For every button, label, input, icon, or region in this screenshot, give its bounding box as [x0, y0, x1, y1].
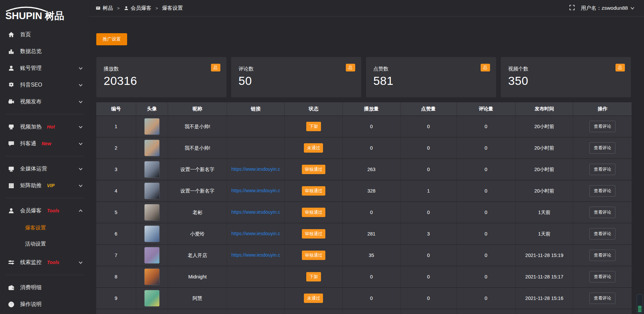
sidebar-item-会员爆客[interactable]: 会员爆客Tools: [0, 202, 89, 219]
video-link[interactable]: https://www.iesdouyin.c: [231, 209, 280, 215]
promo-settings-button[interactable]: 推广设置: [96, 33, 127, 45]
table-row: [96, 309, 632, 314]
table-body: 1我不是小帅!下架00020小时前查看评论2我不是小帅!未通过00020小时前查…: [96, 116, 632, 314]
sidebar-item-线索监控[interactable]: 线索监控Tools: [0, 254, 89, 271]
cell-comments: 0: [457, 287, 516, 309]
chat-icon: [7, 140, 15, 147]
breadcrumb-separator: >: [117, 6, 120, 11]
cell-avatar: [136, 245, 168, 266]
cell-nickname: 我不是小帅!: [168, 137, 227, 159]
breadcrumb-item-会员爆客[interactable]: 会员爆客: [124, 5, 152, 12]
sidebar-subitem-活动设置[interactable]: 活动设置: [0, 236, 89, 252]
breadcrumb-item-树品[interactable]: 树品: [96, 5, 113, 12]
chevron-down-icon: [78, 125, 83, 129]
cell-likes: 0: [400, 159, 457, 180]
sidebar-item-badge: VIP: [47, 183, 55, 188]
cell-comments: 0: [457, 266, 516, 287]
sidebar-item-label: 消费明细: [20, 284, 42, 291]
user-icon: [7, 64, 15, 72]
table-row: 7老人开店https://www.iesdouyin.c审核通过35002021…: [96, 245, 632, 266]
stat-value: 50: [238, 74, 355, 88]
status-badge: 下架: [306, 122, 321, 131]
cell-plays: 0: [342, 202, 400, 223]
cell-no: 2: [96, 137, 136, 159]
cell-likes: 0: [400, 266, 457, 287]
col-header-编号: 编号: [96, 102, 136, 116]
sidebar-subitem-爆客设置[interactable]: 爆客设置: [0, 220, 89, 236]
cell-nickname: 设置一个新名字: [168, 180, 227, 202]
grid-icon: [7, 182, 15, 189]
screen-icon: [96, 6, 101, 11]
cell-time: 20小时前: [516, 137, 573, 159]
video-link[interactable]: https://www.iesdouyin.c: [231, 231, 280, 236]
video-link[interactable]: https://www.iesdouyin.c: [231, 166, 280, 172]
col-header-状态: 状态: [285, 102, 342, 116]
status-badge: 审核通过: [302, 208, 325, 217]
sidebar-item-label: 账号管理: [20, 65, 42, 72]
video-link[interactable]: https://www.iesdouyin.c: [231, 252, 280, 258]
col-header-播放量: 播放量: [342, 102, 400, 116]
sidebar-item-数据总览[interactable]: 数据总览: [0, 43, 89, 60]
sidebar-item-操作说明[interactable]: ?操作说明: [0, 296, 89, 313]
stat-label: 视频个数: [508, 66, 624, 72]
view-comments-button[interactable]: 查看评论: [589, 250, 615, 261]
view-comments-button[interactable]: 查看评论: [589, 142, 615, 154]
sidebar-item-矩阵助推[interactable]: 矩阵助推VIP: [0, 177, 89, 194]
heat-icon: [7, 123, 15, 130]
sidebar-item-首页[interactable]: 首页: [0, 26, 89, 43]
sidebar-item-label: 首页: [20, 31, 31, 38]
cell-likes: [400, 309, 457, 314]
cell-link: https://www.iesdouyin.c: [227, 159, 284, 180]
user-menu[interactable]: 用户名： zswodun88: [581, 5, 635, 12]
view-comments-button[interactable]: 查看评论: [589, 271, 615, 282]
avatar: [144, 204, 160, 221]
cell-status: 审核通过: [285, 202, 342, 223]
cell-no: 8: [96, 266, 136, 287]
sidebar-item-抖客通[interactable]: 抖客通New: [0, 135, 89, 152]
sidebar-item-账号管理[interactable]: 账号管理: [0, 60, 89, 76]
cell-avatar: [136, 159, 168, 180]
video-link[interactable]: https://www.iesdouyin.c: [231, 188, 280, 193]
cell-nickname: [168, 309, 227, 314]
sidebar-item-视频加热[interactable]: 视频加热Hot: [0, 118, 89, 135]
view-comments-button[interactable]: 查看评论: [589, 293, 615, 304]
logo-arc-icon: [5, 6, 48, 12]
sidebar-item-消费明细[interactable]: 消费明细: [0, 279, 89, 296]
cell-nickname: 老人开店: [168, 245, 227, 266]
status-badge: 审核通过: [302, 165, 325, 174]
table-row: 2我不是小帅!未通过00020小时前查看评论: [96, 137, 632, 159]
cell-plays: 0: [342, 137, 400, 159]
view-comments-button[interactable]: 查看评论: [589, 164, 615, 175]
cell-status: [285, 309, 342, 314]
cell-action: 查看评论: [573, 223, 632, 245]
view-comments-button[interactable]: 查看评论: [589, 228, 615, 240]
avatar: [144, 118, 160, 135]
breadcrumb-separator: >: [156, 6, 158, 11]
main-content: 推广设置 播放数20316总评论数50总点赞数581总视频个数350总 编号头像…: [89, 16, 644, 314]
table-row: 1我不是小帅!下架00020小时前查看评论: [96, 116, 632, 137]
avatar: [144, 247, 160, 264]
sidebar-item-抖音SEO[interactable]: 抖音SEO: [0, 76, 89, 93]
sidebar-item-label: 线索监控: [20, 259, 42, 266]
sidebar-item-全媒体运营[interactable]: 全媒体运营: [0, 160, 89, 177]
view-comments-button[interactable]: 查看评论: [589, 121, 615, 132]
view-comments-button[interactable]: 查看评论: [589, 185, 615, 197]
cell-plays: [342, 309, 400, 314]
cell-no: 5: [96, 202, 136, 223]
cell-no: 1: [96, 116, 136, 137]
stat-label: 点赞数: [373, 66, 489, 72]
cell-link: [227, 266, 284, 287]
sidebar-item-badge: Tools: [47, 260, 59, 265]
fullscreen-icon[interactable]: [569, 5, 575, 12]
mini-scrollbar-widget[interactable]: [637, 294, 643, 313]
cell-comments: 0: [457, 180, 516, 202]
video-icon: [7, 98, 15, 105]
cell-time: 20小时前: [516, 116, 573, 137]
cell-action: 查看评论: [573, 287, 632, 309]
breadcrumb-label: 树品: [103, 5, 113, 12]
cell-plays: 0: [342, 287, 400, 309]
sidebar-divider: [5, 156, 84, 156]
sidebar-item-视频发布[interactable]: 视频发布: [0, 93, 89, 110]
view-comments-button[interactable]: 查看评论: [589, 207, 615, 218]
avatar: [144, 140, 160, 156]
